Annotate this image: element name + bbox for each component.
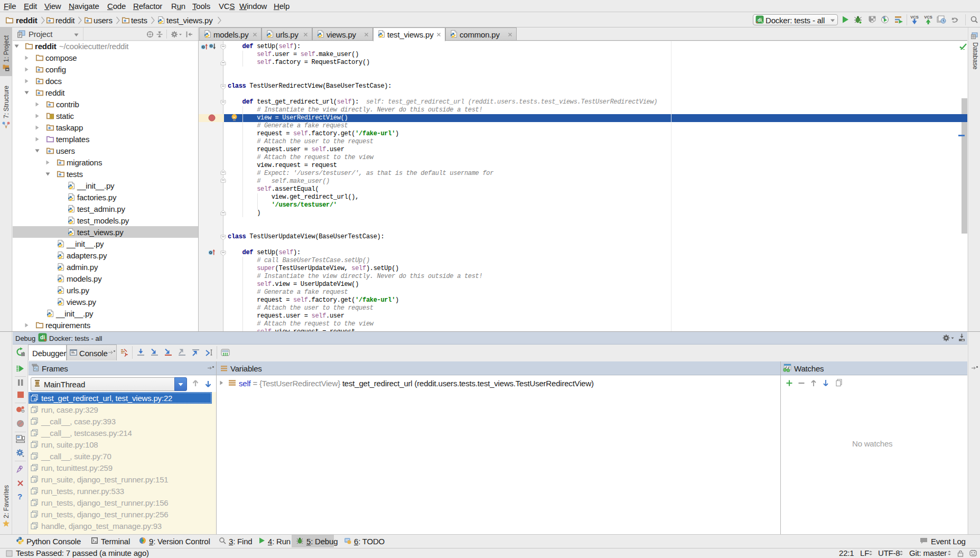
svg-text:s: s (34, 432, 36, 436)
svg-text:s: s (34, 409, 36, 413)
svg-text:s: s (34, 525, 36, 529)
svg-text:s: s (34, 455, 36, 459)
svg-text:s: s (34, 421, 36, 424)
svg-text:di: di (40, 334, 45, 340)
svg-text:VCS: VCS (924, 15, 932, 20)
svg-text:s: s (34, 502, 36, 506)
svg-text:s: s (34, 444, 36, 448)
svg-text:s: s (34, 467, 36, 471)
svg-text:s: s (34, 479, 36, 482)
svg-text:VCS: VCS (910, 15, 918, 20)
svg-text:s: s (34, 397, 36, 401)
svg-text:s: s (34, 490, 36, 494)
svg-text:s: s (34, 514, 36, 517)
svg-text:di: di (758, 17, 762, 23)
